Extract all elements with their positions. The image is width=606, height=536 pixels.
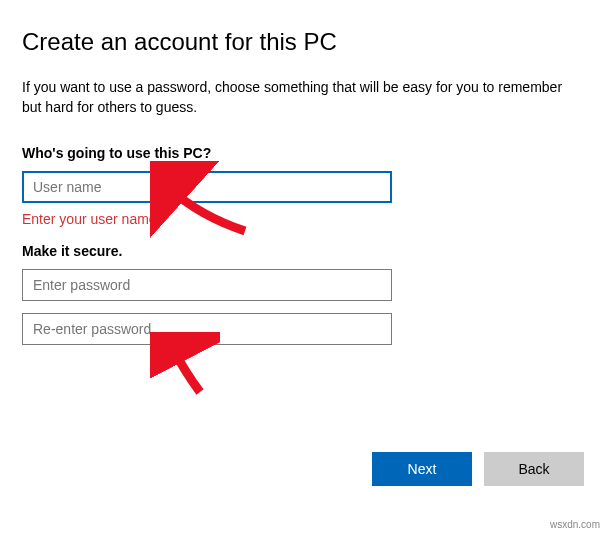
username-error: Enter your user name. [22,211,584,227]
username-group: Who's going to use this PC? Enter your u… [22,145,584,227]
next-button[interactable]: Next [372,452,472,486]
password-input[interactable] [22,269,392,301]
watermark-text: wsxdn.com [550,519,600,530]
back-button[interactable]: Back [484,452,584,486]
username-input[interactable] [22,171,392,203]
password-group: Make it secure. [22,243,584,345]
confirm-password-input[interactable] [22,313,392,345]
password-label: Make it secure. [22,243,584,259]
description-text: If you want to use a password, choose so… [22,78,582,117]
dialog-content: Create an account for this PC If you wan… [0,0,606,345]
username-label: Who's going to use this PC? [22,145,584,161]
page-title: Create an account for this PC [22,28,584,56]
button-bar: Next Back [372,452,584,486]
